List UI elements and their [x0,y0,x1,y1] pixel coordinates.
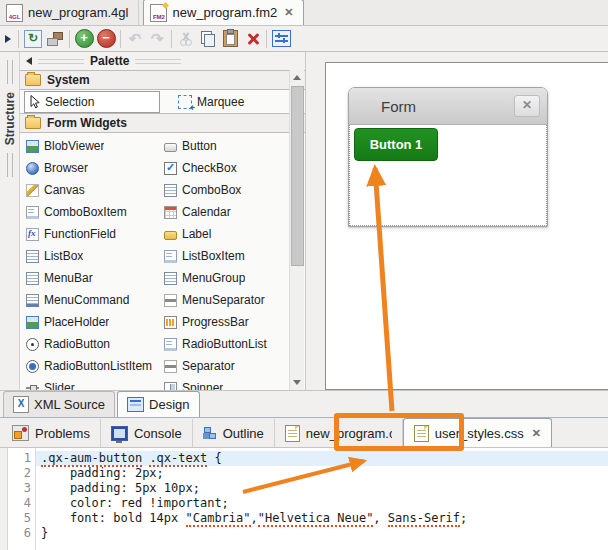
copy-button[interactable] [197,28,219,50]
palette-item-separator[interactable]: Separator [164,355,287,377]
code-line[interactable]: font: bold 14px "Cambria","Helvetica Neu… [36,511,608,526]
palette-item-selection[interactable]: Selection [24,91,160,113]
comboitem-icon [164,250,177,263]
code-line[interactable]: .qx-aum-button .qx-text { [36,451,608,466]
palette-item-button[interactable]: Button [164,135,287,157]
tab-design[interactable]: Design [117,391,199,417]
form-window[interactable]: Form ✕ Button 1 [348,87,548,227]
palette-item-marquee[interactable]: + Marquee [162,92,301,112]
refresh-button[interactable]: ↻ [22,28,44,50]
scroll-up-icon[interactable] [293,75,301,80]
section-label: System [47,73,90,87]
system-items-row: Selection + Marquee [20,90,305,113]
panel-grip[interactable] [7,153,13,177]
problems-icon [12,425,29,441]
palette-item-label: RadioButtonListItem [44,359,152,373]
label-icon [164,231,177,240]
palette-item-menucommand[interactable]: MenuCommand [26,289,164,311]
palette-item-browser[interactable]: Browser [26,157,164,179]
tab-user-styles-css[interactable]: user_styles.css ✕ [403,418,552,447]
palette-item-label: Spinner [182,381,223,390]
form-settings-button[interactable] [270,28,292,50]
palette-item-label: FunctionField [44,227,116,241]
palette-item-spinner[interactable]: Spinner [164,377,287,390]
cut-button[interactable] [175,28,197,50]
tab-new-program-4gl[interactable]: 4GL new_program.4gl [0,0,139,25]
palette-item-label[interactable]: Label [164,223,287,245]
close-tab-icon[interactable]: ✕ [530,427,541,440]
paste-button[interactable] [219,28,241,50]
bottom-panel-tab-bar: Problems Console Outline new_program.css… [0,418,608,448]
tab-xml-source[interactable]: XML Source [3,391,115,417]
palette-item-menubar[interactable]: MenuBar [26,267,164,289]
tab-outline[interactable]: Outline [193,419,275,447]
palette-item-label: ListBoxItem [182,249,245,263]
form-title-bar[interactable]: Form ✕ [349,88,547,125]
palette-item-functionfield[interactable]: FunctionField [26,223,164,245]
line-number: 1 [8,451,31,466]
add-button[interactable]: + [73,28,95,50]
4gl-file-icon: 4GL [6,4,23,22]
designed-button[interactable]: Button 1 [354,128,438,161]
palette-item-listbox[interactable]: ListBox [26,245,164,267]
undo-button[interactable]: ↶ [124,28,146,50]
code-line[interactable]: } [36,526,608,541]
palette-item-checkbox[interactable]: CheckBox [164,157,287,179]
palette-item-blobviewer[interactable]: BlobViewer [26,135,164,157]
code-line[interactable]: padding: 5px 10px; [36,481,608,496]
tab-console[interactable]: Console [101,419,193,447]
section-form-widgets[interactable]: Form Widgets [20,113,305,133]
layout-resize-button[interactable] [44,28,66,50]
palette-item-menuseparator[interactable]: MenuSeparator [164,289,287,311]
console-icon [111,426,128,441]
palette-item-label: Slider [44,381,75,390]
code-line[interactable]: padding: 2px; [36,466,608,481]
css-code-editor[interactable]: 123456 .qx-aum-button .qx-text { padding… [0,448,608,550]
palette-scrollbar[interactable] [289,70,304,390]
palette-item-canvas[interactable]: Canvas [26,179,164,201]
redo-button[interactable]: ↷ [146,28,168,50]
tab-problems[interactable]: Problems [2,419,101,447]
palette-item-comboboxitem[interactable]: ComboBoxItem [26,201,164,223]
radiofilled-icon [26,360,39,373]
code-lines[interactable]: .qx-aum-button .qx-text { padding: 2px; … [36,448,608,550]
tab-new-program-fm2[interactable]: FM2 new_program.fm2 ✕ [143,0,304,25]
palette-item-radiobutton[interactable]: RadioButton [26,333,164,355]
palette-item-combobox[interactable]: ComboBox [164,179,287,201]
lines-icon [26,272,39,285]
scrollbar-thumb[interactable] [291,86,304,266]
panel-grip[interactable] [7,60,13,84]
palette-item-progressbar[interactable]: ProgressBar [164,311,287,333]
palette-item-label: Selection [45,95,94,109]
form-body[interactable]: Button 1 [349,125,547,226]
spellcheck-squiggle: "Cambria" [186,511,251,527]
close-tab-icon[interactable]: ✕ [282,6,293,19]
code-line[interactable]: color: red !important; [36,496,608,511]
collapse-arrow-icon[interactable] [5,35,11,43]
palette-item-label: ComboBoxItem [44,205,127,219]
delete-button[interactable] [241,28,263,50]
palette-item-slider[interactable]: Slider [26,377,164,390]
design-canvas[interactable]: Form ✕ Button 1 [325,62,608,390]
undo-icon: ↶ [129,31,142,47]
section-system[interactable]: System [20,70,305,90]
palette-item-placeholder[interactable]: PlaceHolder [26,311,164,333]
separator-icon [164,294,177,307]
palette-header: Palette [20,52,305,70]
menucmd-icon [26,294,39,307]
scroll-down-icon[interactable] [293,380,301,385]
paste-icon [223,30,238,47]
palette-item-calendar[interactable]: Calendar [164,201,287,223]
tab-label: Outline [223,426,264,441]
palette-item-radiobuttonlist[interactable]: RadioButtonList [164,333,287,355]
palette-item-menugroup[interactable]: MenuGroup [164,267,287,289]
form-close-button[interactable]: ✕ [514,95,540,117]
palette-title: Palette [90,54,129,68]
tab-structure[interactable]: Structure [3,92,17,145]
palette-item-listboxitem[interactable]: ListBoxItem [164,245,287,267]
remove-button[interactable]: − [95,28,117,50]
collapse-palette-icon[interactable] [26,57,32,65]
palette-item-radiobuttonlistitem[interactable]: RadioButtonListItem [26,355,164,377]
tab-new-program-css[interactable]: new_program.css [275,419,403,447]
toolbar-separator [171,30,172,48]
